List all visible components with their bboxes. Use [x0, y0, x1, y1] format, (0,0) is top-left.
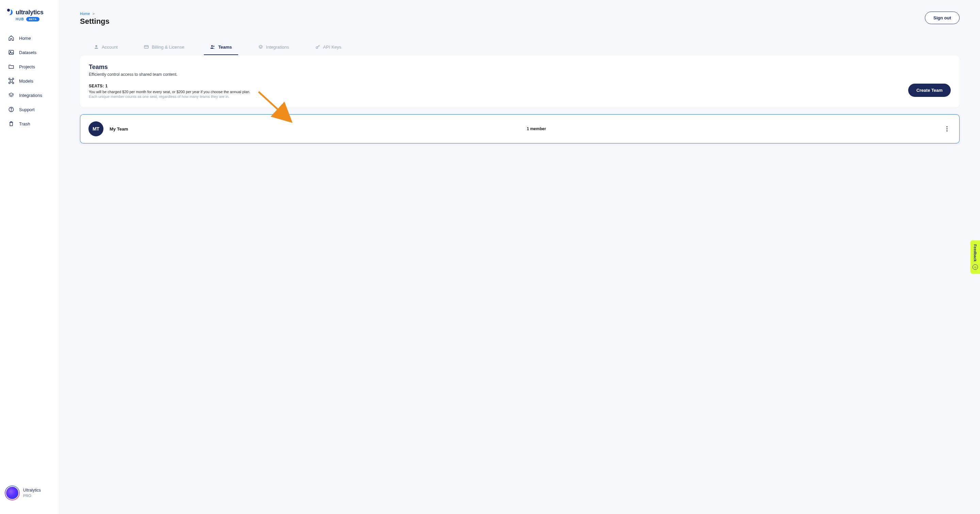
seats-note: You will be charged $20 per month for ev…	[89, 90, 250, 94]
trash-icon	[8, 121, 14, 127]
smile-icon: ☺	[972, 264, 978, 270]
layers-icon	[258, 44, 263, 50]
main-content: Home > Settings Sign out Account Billing…	[60, 0, 980, 514]
page-title: Settings	[80, 17, 110, 26]
beta-badge: BETA	[26, 17, 40, 21]
svg-point-12	[946, 130, 947, 131]
people-icon	[210, 44, 215, 50]
tab-account[interactable]: Account	[88, 41, 124, 55]
user-plan: PRO	[23, 493, 41, 498]
logo-text: ultralytics	[16, 9, 43, 16]
help-icon	[8, 106, 14, 113]
team-name: My Team	[110, 127, 128, 132]
svg-point-8	[213, 46, 215, 47]
seats-note-secondary: Each unique member counts as one seat, r…	[89, 95, 250, 98]
card-icon	[143, 44, 149, 50]
feedback-tab[interactable]: Feedback ☺	[970, 240, 980, 274]
tab-integrations[interactable]: Integrations	[252, 41, 295, 55]
settings-tabs: Account Billing & License Teams Integrat…	[80, 41, 959, 56]
svg-point-10	[946, 126, 947, 127]
sidebar-item-home[interactable]: Home	[0, 31, 59, 45]
sidebar-item-label: Models	[19, 79, 33, 84]
image-icon	[8, 49, 14, 56]
sidebar-item-projects[interactable]: Projects	[0, 59, 59, 74]
user-name: Ultralytics	[23, 488, 41, 493]
tab-teams[interactable]: Teams	[204, 41, 238, 55]
panel-subtitle: Efficiently control access to shared tea…	[89, 72, 951, 77]
user-block[interactable]: Ultralytics PRO	[0, 480, 59, 506]
sidebar-nav: Home Datasets Projects Models Integratio…	[0, 31, 59, 131]
svg-point-5	[95, 45, 97, 47]
svg-point-7	[211, 45, 213, 47]
svg-rect-6	[144, 46, 148, 48]
person-icon	[94, 44, 99, 50]
tab-label: Teams	[218, 44, 232, 50]
sidebar-item-label: Datasets	[19, 50, 37, 55]
logo[interactable]: ultralytics HUB BETA	[0, 8, 59, 31]
svg-point-0	[7, 9, 10, 11]
team-member-count: 1 member	[527, 127, 546, 131]
tab-apikeys[interactable]: API Keys	[309, 41, 347, 55]
tab-label: Account	[102, 44, 118, 50]
sidebar-item-label: Home	[19, 36, 31, 41]
sidebar-item-label: Integrations	[19, 93, 42, 98]
logo-hub: HUB	[16, 17, 24, 21]
sidebar-item-integrations[interactable]: Integrations	[0, 88, 59, 102]
svg-point-11	[946, 128, 947, 129]
sidebar-item-label: Support	[19, 107, 35, 112]
signout-button[interactable]: Sign out	[925, 11, 959, 24]
feedback-label: Feedback	[973, 244, 977, 262]
tab-label: API Keys	[323, 44, 341, 50]
team-avatar: MT	[89, 121, 103, 136]
breadcrumb-home[interactable]: Home	[80, 11, 90, 16]
sidebar: ultralytics HUB BETA Home Datasets Proje…	[0, 0, 60, 514]
tab-label: Integrations	[266, 44, 289, 50]
seats-label: SEATS: 1	[89, 84, 250, 88]
team-menu-button[interactable]	[943, 125, 951, 133]
team-row[interactable]: MT My Team 1 member	[80, 114, 959, 143]
tab-label: Billing & License	[152, 44, 184, 50]
avatar	[5, 485, 20, 500]
logo-mark-icon	[7, 8, 14, 16]
sidebar-item-support[interactable]: Support	[0, 102, 59, 117]
sidebar-item-label: Projects	[19, 64, 35, 69]
svg-point-9	[316, 47, 318, 48]
layers-icon	[8, 92, 14, 98]
panel-title: Teams	[89, 63, 951, 71]
breadcrumb[interactable]: Home >	[80, 11, 110, 16]
create-team-button[interactable]: Create Team	[908, 84, 951, 97]
folder-icon	[8, 63, 14, 70]
sidebar-item-datasets[interactable]: Datasets	[0, 45, 59, 59]
breadcrumb-sep: >	[92, 11, 94, 16]
key-icon	[315, 44, 321, 50]
teams-panel: Teams Efficiently control access to shar…	[80, 56, 959, 108]
svg-rect-1	[9, 50, 14, 54]
sidebar-item-models[interactable]: Models	[0, 74, 59, 88]
home-icon	[8, 35, 14, 41]
tab-billing[interactable]: Billing & License	[137, 41, 190, 55]
command-icon	[8, 78, 14, 84]
sidebar-item-label: Trash	[19, 121, 30, 127]
svg-point-4	[11, 111, 11, 111]
sidebar-item-trash[interactable]: Trash	[0, 117, 59, 131]
